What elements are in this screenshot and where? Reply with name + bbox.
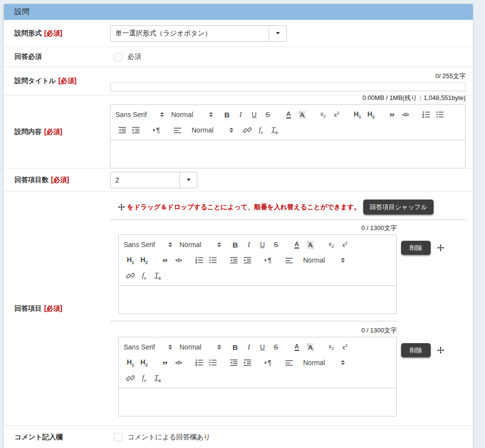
- list-bullet-icon[interactable]: [206, 357, 220, 368]
- question-title-input[interactable]: [110, 83, 466, 91]
- link-icon[interactable]: [241, 124, 254, 136]
- formula-icon[interactable]: fx: [137, 372, 151, 384]
- blockquote-icon[interactable]: ”: [158, 254, 172, 266]
- align-icon[interactable]: [282, 357, 296, 368]
- blockquote-icon[interactable]: ”: [158, 357, 172, 368]
- chevron-down-icon[interactable]: [269, 26, 286, 41]
- link-icon[interactable]: [124, 372, 137, 384]
- outdent-icon[interactable]: [115, 124, 129, 136]
- direction-icon[interactable]: ¶: [150, 124, 163, 136]
- drag-handle-icon[interactable]: [437, 347, 444, 354]
- answer-item-2-editor-area[interactable]: [119, 388, 396, 416]
- comment-field-checkbox-label: コメントによる回答欄あり: [128, 433, 210, 442]
- divider: [110, 219, 466, 220]
- body-size-counter: 0.00MB / 1MB(残り：1,048,551byte): [110, 94, 466, 102]
- bold-icon[interactable]: B: [220, 109, 234, 120]
- background-icon[interactable]: A: [295, 109, 309, 120]
- header-1-icon[interactable]: H1: [124, 254, 137, 266]
- italic-icon[interactable]: I: [242, 341, 256, 353]
- clean-icon[interactable]: Tx: [151, 270, 164, 282]
- direction-icon[interactable]: ¶: [261, 357, 275, 368]
- answer-item-1-editor-area[interactable]: [119, 286, 396, 314]
- comment-field-checkbox[interactable]: [114, 433, 122, 441]
- header-1-icon[interactable]: H1: [124, 357, 137, 368]
- required-badge: [必須]: [44, 128, 62, 136]
- comment-field-label: コメント記入欄: [4, 426, 110, 448]
- question-type-select[interactable]: 単一選択形式（ラジオボタン）: [110, 25, 287, 42]
- delete-button[interactable]: 削除: [401, 241, 431, 255]
- indent-icon[interactable]: [129, 124, 143, 136]
- superscript-icon[interactable]: x2: [330, 109, 343, 120]
- background-icon[interactable]: A: [304, 341, 317, 353]
- header-2-icon[interactable]: H2: [137, 254, 151, 266]
- question-body-editor-area[interactable]: [111, 140, 465, 168]
- align-picker[interactable]: Normal: [192, 126, 233, 134]
- indent-icon[interactable]: [241, 254, 254, 266]
- align-icon[interactable]: [171, 124, 184, 136]
- underline-icon[interactable]: U: [256, 239, 269, 250]
- subscript-icon[interactable]: x2: [324, 341, 338, 353]
- size-picker[interactable]: Normal: [171, 111, 213, 118]
- chevron-down-icon[interactable]: [179, 172, 197, 188]
- list-bullet-icon[interactable]: [433, 109, 447, 120]
- divider: [110, 321, 397, 321]
- required-badge: [必須]: [51, 176, 69, 184]
- header-2-icon[interactable]: H2: [137, 357, 151, 368]
- code-block-icon[interactable]: </>: [172, 357, 185, 368]
- color-icon[interactable]: A: [290, 341, 304, 353]
- list-ordered-icon[interactable]: [193, 254, 206, 266]
- outdent-icon[interactable]: [227, 357, 241, 368]
- code-block-icon[interactable]: </>: [399, 109, 412, 120]
- answer-item-count-select[interactable]: 2: [110, 172, 197, 188]
- bold-icon[interactable]: B: [228, 341, 242, 353]
- font-picker[interactable]: Sans Serif: [124, 241, 172, 249]
- strike-icon[interactable]: S: [269, 341, 283, 353]
- align-picker[interactable]: Normal: [303, 359, 345, 366]
- formula-icon[interactable]: fx: [137, 270, 151, 282]
- superscript-icon[interactable]: x2: [338, 341, 352, 353]
- shuffle-button[interactable]: 回答項目シャッフル: [363, 199, 434, 215]
- formula-icon[interactable]: fx: [254, 124, 268, 136]
- indent-icon[interactable]: [241, 357, 254, 368]
- answer-item-2: 0 / 1300文字 Sans SerifNormalBIUSAAx2x2H1H…: [110, 326, 466, 416]
- align-picker[interactable]: Normal: [303, 256, 345, 264]
- blockquote-icon[interactable]: ”: [385, 109, 399, 120]
- outdent-icon[interactable]: [227, 254, 241, 266]
- list-ordered-icon[interactable]: [193, 357, 206, 368]
- list-bullet-icon[interactable]: [206, 254, 220, 266]
- strike-icon[interactable]: S: [269, 239, 283, 250]
- header-1-icon[interactable]: H1: [351, 109, 364, 120]
- underline-icon[interactable]: U: [256, 341, 269, 353]
- italic-icon[interactable]: I: [234, 109, 247, 120]
- updown-arrows-icon: [160, 112, 164, 117]
- answer-item-2-counter: 0 / 1300文字: [118, 326, 397, 335]
- bold-icon[interactable]: B: [228, 239, 242, 250]
- size-picker[interactable]: Normal: [179, 343, 221, 351]
- size-picker[interactable]: Normal: [179, 241, 221, 249]
- answer-required-checkbox[interactable]: [114, 53, 122, 61]
- color-icon[interactable]: A: [290, 239, 304, 250]
- superscript-icon[interactable]: x2: [338, 239, 352, 250]
- drag-handle-icon[interactable]: [437, 244, 444, 251]
- font-picker[interactable]: Sans Serif: [124, 343, 172, 351]
- italic-icon[interactable]: I: [242, 239, 256, 250]
- list-ordered-icon[interactable]: [420, 109, 433, 120]
- code-block-icon[interactable]: </>: [172, 254, 185, 266]
- delete-button[interactable]: 削除: [401, 343, 431, 357]
- question-body-label: 設問内容 [必須]: [4, 96, 110, 168]
- header-2-icon[interactable]: H2: [364, 109, 378, 120]
- strike-icon[interactable]: S: [261, 109, 275, 120]
- link-icon[interactable]: [124, 270, 137, 282]
- answer-item-1: 0 / 1300文字 Sans SerifNormalBIUSAAx2x2H1H…: [110, 224, 466, 314]
- direction-icon[interactable]: ¶: [261, 254, 275, 266]
- subscript-icon[interactable]: x2: [316, 109, 330, 120]
- clean-icon[interactable]: Tx: [151, 372, 164, 384]
- align-icon[interactable]: [282, 254, 296, 266]
- underline-icon[interactable]: U: [247, 109, 261, 120]
- background-icon[interactable]: A: [304, 239, 317, 250]
- clean-icon[interactable]: Tx: [268, 124, 281, 136]
- font-picker[interactable]: Sans Serif: [115, 111, 164, 118]
- color-icon[interactable]: A: [282, 109, 295, 120]
- answer-item-count-label: 回答項目数 [必須]: [4, 168, 110, 191]
- subscript-icon[interactable]: x2: [324, 239, 338, 250]
